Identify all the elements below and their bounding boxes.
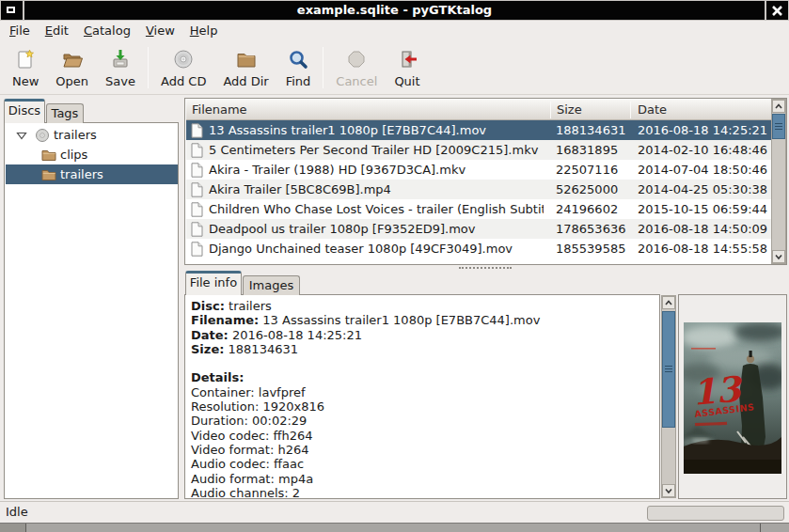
add-cd-icon [172,48,195,73]
info-detail-line: Audio channels: 2 [185,486,659,499]
cancel-icon [345,48,368,73]
info-detail-line: Video codec: ffh264 [185,429,659,443]
file-row[interactable]: Children Who Chase Lost Voices - trailer… [186,199,771,219]
toolbar-button-label: Open [55,74,88,88]
toolbar-separator [148,47,149,88]
tab-file-info[interactable]: File info [185,271,242,295]
tree-item-clips[interactable]: clips [6,145,178,164]
file-info-scrollbar[interactable] [661,295,676,498]
file-size-cell: 16831895 [556,140,626,160]
toolbar-button-label: Add CD [161,74,206,88]
file-row[interactable]: Akira Trailer [5BC8C69B].mp4526250002014… [186,180,771,199]
info-field-label: Filename: [191,313,259,327]
scroll-down-button[interactable] [772,250,785,263]
find-button[interactable]: Find [277,44,320,91]
info-field-value: 13 Assassins trailer1 1080p [E7BB7C44].m… [262,313,540,327]
file-date-cell: 2016-08-18 14:50:09 [638,219,769,239]
file-info-panel: Disc: trailersFilename: 13 Assassins tra… [184,294,660,499]
menu-help[interactable]: Help [182,21,226,41]
find-icon [287,48,309,73]
tab-tags[interactable]: Tags [46,103,84,123]
file-name-cell: Akira - Trailer (1988) HD [9367D3CA].mkv [209,160,544,180]
new-button[interactable]: New [4,44,47,91]
tab-images-label: Images [249,278,294,292]
column-header-size[interactable]: Size [557,100,582,119]
tree-item-trailers[interactable]: trailers [6,164,178,184]
scroll-thumb[interactable] [772,114,785,139]
details-heading-label: Details: [191,370,244,384]
scroll-thumb[interactable] [662,311,675,428]
file-row[interactable]: Django Unchained teaser 1080p [49CF3049]… [186,239,771,258]
info-detail-line: Duration: 00:02:29 [185,414,659,428]
column-separator[interactable] [630,102,631,118]
file-row[interactable]: 5 Centimeters Per Second Trailer HD [200… [186,140,771,160]
menu-edit[interactable]: Edit [38,21,76,41]
tab-images[interactable]: Images [243,275,300,295]
resize-handle-left[interactable] [0,524,26,532]
scroll-up-button[interactable] [662,296,675,309]
disc-tree: trailersclipstrailers [4,122,179,499]
quit-button[interactable]: Quit [386,44,428,91]
toolbar-button-label: Quit [394,74,419,88]
window-resize-border[interactable] [0,523,789,532]
add-dir-button[interactable]: Add Dir [214,44,276,91]
file-date-cell: 2014-07-04 18:50:46 [638,160,769,180]
menu-file[interactable]: File [2,21,38,41]
poster-image: 13 ASSASSINS [684,322,781,474]
scroll-down-button[interactable] [662,484,675,497]
file-name-cell: Akira Trailer [5BC8C69B].mp4 [209,180,544,199]
window-title-text: example.sqlite - pyGTKtalog [297,3,492,17]
close-icon [771,5,783,17]
toolbar: NewOpenSaveAdd CDAdd DirFindCancelQuit [0,41,789,95]
tab-tags-label: Tags [52,106,79,120]
toolbar-button-label: Save [105,74,135,88]
file-name-cell: 13 Assassins trailer1 1080p [E7BB7C44].m… [209,120,544,140]
file-row[interactable]: Deadpool us trailer 1080p [F9352ED9].mov… [186,219,771,239]
add-cd-button[interactable]: Add CD [152,44,214,91]
open-folder-icon [61,48,84,73]
open-button[interactable]: Open [47,44,97,91]
column-header-date[interactable]: Date [638,100,667,119]
info-detail-line: Audio format: mp4a [185,472,659,486]
file-row[interactable]: Akira - Trailer (1988) HD [9367D3CA].mkv… [186,160,771,180]
tab-discs[interactable]: Discs [4,99,45,123]
column-header-filename[interactable]: Filename [192,100,247,119]
file-date-cell: 2016-08-18 14:55:58 [638,239,769,258]
file-date-cell: 2016-08-18 14:25:21 [638,120,769,140]
status-text: Idle [6,505,28,519]
pane-splitter[interactable] [184,265,787,271]
info-details-heading: Details: [185,370,659,384]
scroll-up-button[interactable] [772,100,785,113]
tab-file-info-label: File info [190,275,237,289]
file-row[interactable]: 13 Assassins trailer1 1080p [E7BB7C44].m… [186,120,771,140]
info-field: Disc: trailers [185,299,659,313]
toolbar-separator [323,47,323,88]
file-size-cell: 188134631 [556,120,626,140]
progress-bar [647,506,784,521]
resize-handle-right[interactable] [760,524,761,532]
file-date-cell: 2014-02-10 16:48:46 [638,140,769,160]
tab-discs-label: Discs [8,103,40,117]
window-close-button[interactable] [766,1,788,20]
menu-view[interactable]: View [138,21,182,41]
window-menu-icon [7,7,15,13]
tree-item-trailers[interactable]: trailers [6,125,178,145]
menu-catalog[interactable]: Catalog [76,21,138,41]
info-field: Date: 2016-08-18 14:25:21 [185,328,659,342]
file-list-scrollbar[interactable] [771,99,786,264]
save-button[interactable]: Save [97,44,144,91]
tree-item-label: trailers [54,125,97,145]
window-menu-button[interactable] [1,1,23,20]
cancel-button[interactable]: Cancel [327,44,386,91]
statusbar: Idle [0,501,789,523]
chevron-down-icon [664,487,673,494]
splitter-grip-icon [459,267,512,269]
file-size-cell: 22507116 [556,160,626,180]
info-detail-line: Video format: h264 [185,443,659,457]
info-field: Filename: 13 Assassins trailer1 1080p [E… [185,313,659,327]
column-separator[interactable] [550,102,551,118]
file-date-cell: 2014-04-25 05:30:38 [638,180,769,199]
info-detail-line: Container: lavfpref [185,385,659,399]
app-window: example.sqlite - pyGTKtalog FileEditCata… [0,0,789,532]
toolbar-button-label: Cancel [336,74,377,88]
